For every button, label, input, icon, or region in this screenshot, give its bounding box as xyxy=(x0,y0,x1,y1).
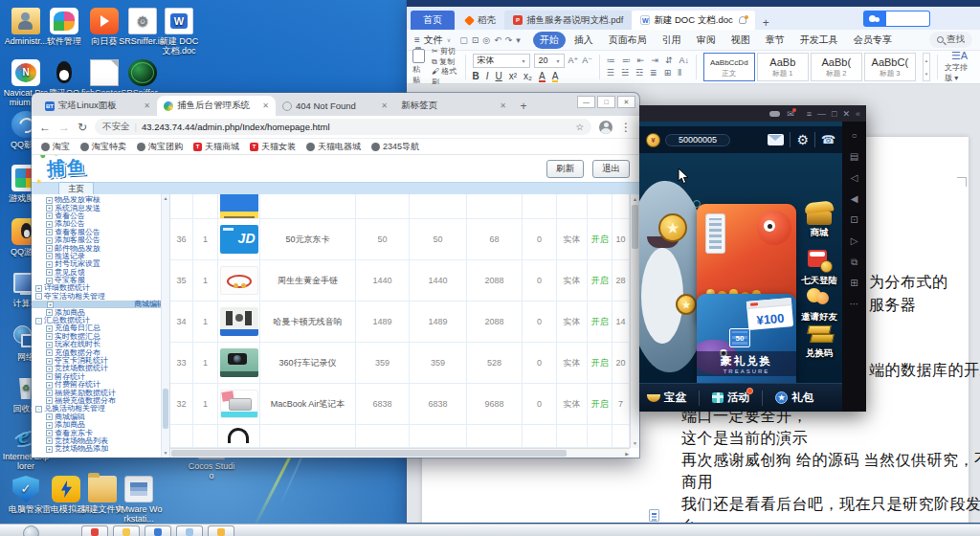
sync-field[interactable] xyxy=(886,11,930,27)
sidebar-item[interactable]: -兑换活动相关管理 xyxy=(32,405,169,413)
scroll-thumb[interactable] xyxy=(632,205,638,249)
scroll-thumb[interactable] xyxy=(171,450,567,457)
browser-tab[interactable]: BT宝塔Linux面板✕ xyxy=(38,96,157,116)
tree-toggle-icon[interactable]: + xyxy=(46,382,53,389)
borders-icon[interactable]: ⫴ xyxy=(678,68,681,78)
volume-up-icon[interactable]: ◀ xyxy=(851,194,858,204)
fullscreen-icon[interactable]: ⊡ xyxy=(850,215,858,225)
align-center-icon[interactable]: ☱ xyxy=(621,68,629,78)
scroll-down-icon[interactable]: ▼ xyxy=(631,438,639,448)
tree-toggle-icon[interactable]: + xyxy=(46,446,53,453)
tree-toggle-icon[interactable]: + xyxy=(46,349,53,356)
browser-tab[interactable]: 捕鱼后台管理系统✕ xyxy=(157,96,276,116)
ribbon-tab-会员专享[interactable]: 会员专享 xyxy=(847,32,899,49)
tree-toggle-icon[interactable]: - xyxy=(35,293,42,300)
table-vertical-scrollbar[interactable]: ▲ ▼ xyxy=(630,194,639,448)
tree-toggle-icon[interactable]: + xyxy=(46,221,53,228)
more-icon[interactable]: ⋯ xyxy=(850,300,859,309)
sidebar-item[interactable]: +查看公告 xyxy=(32,212,169,220)
shrink-font-icon[interactable]: A⁻ xyxy=(582,56,592,65)
menu-chest-button[interactable]: 商城 xyxy=(798,202,840,239)
undo-icon[interactable]: ↶ xyxy=(494,35,501,45)
ribbon-tab-插入[interactable]: 插入 xyxy=(568,32,600,49)
tree-toggle-icon[interactable]: + xyxy=(46,333,53,340)
phone-icon[interactable]: ☎ xyxy=(821,133,835,146)
reload-icon[interactable]: ↻ xyxy=(78,122,87,133)
screenshot-icon[interactable]: ⧉ xyxy=(851,257,858,267)
tree-toggle-icon[interactable]: + xyxy=(46,366,53,372)
mail-icon[interactable] xyxy=(768,134,784,145)
redo-icon[interactable]: ↷ xyxy=(505,35,513,45)
close-icon[interactable]: ✕ xyxy=(842,109,850,119)
tree-toggle-icon[interactable]: + xyxy=(46,437,53,444)
activity-button[interactable]: 活动 xyxy=(706,391,755,405)
browser-tab[interactable]: 新标签页✕ xyxy=(394,96,513,116)
menu-icon[interactable]: ≡ xyxy=(807,109,812,119)
text-layout-button[interactable]: ☰A文字排版 ▾ xyxy=(945,51,974,83)
ribbon-tab-审阅[interactable]: 审阅 xyxy=(690,32,723,49)
cut-button[interactable]: ✂ 剪切 xyxy=(432,47,458,57)
number-list-icon[interactable]: ≕ xyxy=(622,56,631,65)
bookmark-item[interactable]: T天猫女装 xyxy=(250,141,296,153)
sidebar-item[interactable]: +添加公告 xyxy=(32,220,169,228)
treasure-bowl-button[interactable]: 宝盆 xyxy=(641,391,692,405)
table-row[interactable]: 341哈曼卡顿无线音响1489148920880实体开启14 xyxy=(170,302,630,343)
close-tab-icon[interactable]: ✕ xyxy=(381,101,388,110)
bookmark-item[interactable]: T天猫商城 xyxy=(193,141,239,153)
refresh-button[interactable]: 刷新 xyxy=(546,160,584,178)
desktop-icon[interactable]: 新建 DOC 文档.doc xyxy=(155,8,203,56)
tree-toggle-icon[interactable]: + xyxy=(46,261,53,268)
italic-icon[interactable]: I xyxy=(486,71,489,81)
menu-seven-day-button[interactable]: 七天登陆 xyxy=(798,250,840,287)
print-icon[interactable]: ⊡ xyxy=(472,35,479,45)
browser-menu-icon[interactable]: ⋮ xyxy=(620,122,632,133)
style-标题 2[interactable]: AaBb(标题 2 xyxy=(811,53,862,81)
settings-gear-icon[interactable]: ⚙ xyxy=(796,132,809,147)
table-row[interactable]: 331360行车记录仪3593595280实体开启20 xyxy=(170,343,630,384)
bookmark-star-icon[interactable]: ☆ xyxy=(575,122,584,132)
sidebar-item[interactable]: +推送记录 xyxy=(32,253,169,260)
tree-toggle-icon[interactable]: + xyxy=(46,237,53,244)
new-document-button[interactable]: + xyxy=(763,16,769,30)
style-标题 3[interactable]: AaBbC(标题 3 xyxy=(864,53,916,81)
exit-button[interactable]: 退出 xyxy=(592,160,630,178)
bookmark-item[interactable]: 淘宝 xyxy=(41,141,70,153)
address-bar[interactable]: 不安全 | 43.243.74.44/admin.php/Index/homep… xyxy=(95,119,591,135)
taskbar-button[interactable] xyxy=(176,525,203,536)
tab-home[interactable]: 首页 xyxy=(411,11,455,30)
sidebar-item[interactable]: +系统消息发送 xyxy=(32,204,169,212)
bookmark-item[interactable]: 天猫电器城 xyxy=(306,141,361,153)
tree-toggle-icon[interactable]: - xyxy=(35,318,42,324)
tab-home[interactable]: 主页 xyxy=(58,182,94,194)
style-正文[interactable]: AaBbCcDd正文 xyxy=(703,53,755,81)
tree-toggle-icon[interactable]: + xyxy=(46,358,53,365)
close-tab-icon[interactable]: ✕ xyxy=(144,101,150,110)
sidebar-item[interactable]: +实时数据汇总 xyxy=(32,333,169,341)
sidebar-item[interactable]: +添加客服公告 xyxy=(32,236,169,244)
scroll-up-icon[interactable]: ▲ xyxy=(631,194,639,204)
scroll-thumb[interactable] xyxy=(163,389,168,429)
sidebar-scrollbar[interactable]: ▲▼ xyxy=(161,194,169,458)
table-row[interactable]: 351周生生黄金手链1440144020880实体开启28 xyxy=(170,260,630,302)
sidebar-item[interactable]: +商城编辑 xyxy=(32,301,169,308)
ribbon-tab-页面布局[interactable]: 页面布局 xyxy=(602,32,654,49)
copy-button[interactable]: ⧉ 复制 xyxy=(432,57,458,68)
sidebar-item[interactable]: +玩家在线时长 xyxy=(32,341,169,348)
taskbar-button[interactable] xyxy=(208,525,234,536)
new-tab-button[interactable]: + xyxy=(516,99,531,114)
mail-notification-icon[interactable]: ✉ xyxy=(787,109,794,119)
underline-icon[interactable]: U xyxy=(496,71,502,81)
sync-icon[interactable]: ○ xyxy=(851,131,857,141)
preview-icon[interactable]: ◎ xyxy=(482,35,490,45)
scroll-up-icon[interactable]: ▲ xyxy=(162,194,169,203)
page-navigation-icon[interactable] xyxy=(649,509,659,522)
taskbar-button[interactable] xyxy=(81,525,108,536)
profile-avatar[interactable] xyxy=(599,121,612,134)
sidebar-item[interactable]: +物品发放审核 xyxy=(32,196,169,204)
align-left-icon[interactable]: ☰ xyxy=(607,68,614,78)
sidebar-item[interactable]: +留存统计 xyxy=(32,373,169,381)
close-icon[interactable]: ✕ xyxy=(617,96,635,108)
maximize-icon[interactable]: □ xyxy=(597,96,615,108)
ribbon-tab-开发工具[interactable]: 开发工具 xyxy=(793,32,845,49)
bookmark-item[interactable]: 淘宝团购 xyxy=(137,141,183,153)
